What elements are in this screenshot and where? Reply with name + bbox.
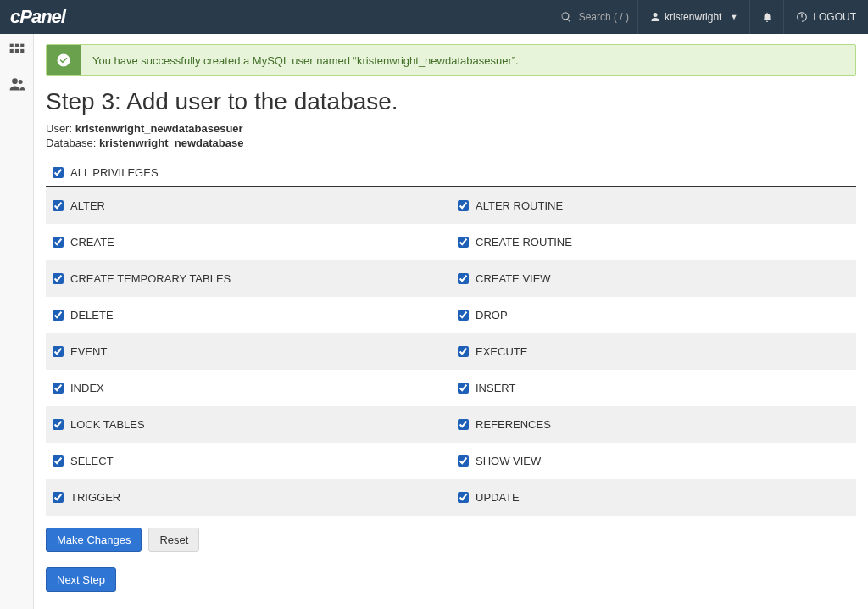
privilege-label: INSERT xyxy=(476,382,515,394)
page-title: Step 3: Add user to the database. xyxy=(46,88,856,115)
cpanel-logo: cPanel xyxy=(10,6,65,28)
table-row: EVENTEXECUTE xyxy=(46,333,856,370)
privilege-toggle[interactable]: CREATE VIEW xyxy=(458,272,849,285)
privilege-checkbox[interactable] xyxy=(53,237,64,248)
privilege-label: LOCK TABLES xyxy=(70,418,145,431)
search-placeholder: Search ( / ) xyxy=(579,11,629,23)
privilege-toggle[interactable]: REFERENCES xyxy=(458,418,849,431)
success-alert: You have successfully created a MySQL us… xyxy=(46,44,856,76)
table-row: TRIGGERUPDATE xyxy=(46,479,856,516)
privilege-toggle[interactable]: ALTER xyxy=(53,199,444,212)
table-row: ALTERALTER ROUTINE xyxy=(46,187,856,224)
privilege-checkbox[interactable] xyxy=(458,200,469,211)
privilege-checkbox[interactable] xyxy=(53,200,64,211)
privilege-toggle[interactable]: CREATE xyxy=(53,236,444,249)
sidebar xyxy=(0,34,34,609)
all-privileges-toggle[interactable]: ALL PRIVILEGES xyxy=(53,166,856,179)
action-row: Make Changes Reset xyxy=(46,528,856,552)
notifications-button[interactable] xyxy=(749,0,783,34)
privilege-toggle[interactable]: EVENT xyxy=(53,345,444,358)
privilege-toggle[interactable]: DELETE xyxy=(53,309,444,321)
privilege-checkbox[interactable] xyxy=(458,383,469,394)
privilege-toggle[interactable]: CREATE ROUTINE xyxy=(458,236,849,249)
svg-rect-2 xyxy=(20,44,24,47)
privilege-label: CREATE VIEW xyxy=(476,272,551,285)
privilege-label: SELECT xyxy=(70,455,114,467)
privilege-label: ALTER ROUTINE xyxy=(476,199,563,212)
username: kristenwright xyxy=(665,11,721,23)
privilege-checkbox[interactable] xyxy=(458,492,469,503)
svg-rect-5 xyxy=(20,49,24,53)
topbar: cPanel Search ( / ) kristenwright ▼ LOGO… xyxy=(0,0,868,34)
privilege-checkbox[interactable] xyxy=(458,273,469,284)
privilege-toggle[interactable]: UPDATE xyxy=(458,491,849,504)
privilege-label: SHOW VIEW xyxy=(476,455,541,467)
table-row: SELECTSHOW VIEW xyxy=(46,443,856,479)
privilege-label: DROP xyxy=(476,309,508,321)
privilege-label: TRIGGER xyxy=(70,491,120,504)
privilege-toggle[interactable]: SHOW VIEW xyxy=(458,455,849,467)
privilege-checkbox[interactable] xyxy=(458,237,469,248)
users-icon[interactable] xyxy=(8,75,25,95)
table-row: DELETEDROP xyxy=(46,297,856,333)
privilege-label: CREATE ROUTINE xyxy=(476,236,572,249)
privilege-checkbox[interactable] xyxy=(53,419,64,430)
caret-down-icon: ▼ xyxy=(730,13,737,21)
privilege-checkbox[interactable] xyxy=(458,455,469,467)
database-line: Database: kristenwright_newdatabase xyxy=(46,137,856,149)
all-privileges-checkbox[interactable] xyxy=(53,167,64,178)
search-input[interactable]: Search ( / ) xyxy=(552,8,637,26)
privilege-checkbox[interactable] xyxy=(53,346,64,357)
privilege-checkbox[interactable] xyxy=(458,419,469,430)
logout-label: LOGOUT xyxy=(813,11,856,23)
table-row: INDEXINSERT xyxy=(46,370,856,406)
privilege-checkbox[interactable] xyxy=(458,310,469,321)
privilege-toggle[interactable]: EXECUTE xyxy=(458,345,849,358)
logout-button[interactable]: LOGOUT xyxy=(783,0,868,34)
svg-rect-4 xyxy=(14,49,18,53)
privilege-label: CREATE TEMPORARY TABLES xyxy=(70,272,231,285)
user-icon xyxy=(650,12,660,22)
privilege-label: EVENT xyxy=(70,345,107,358)
privilege-label: ALTER xyxy=(70,199,105,212)
svg-point-6 xyxy=(12,78,18,84)
privilege-label: EXECUTE xyxy=(476,345,527,358)
privilege-toggle[interactable]: SELECT xyxy=(53,455,444,467)
make-changes-button[interactable]: Make Changes xyxy=(46,528,142,552)
privilege-toggle[interactable]: TRIGGER xyxy=(53,491,444,504)
privilege-checkbox[interactable] xyxy=(53,492,64,503)
privilege-toggle[interactable]: DROP xyxy=(458,309,849,321)
privilege-checkbox[interactable] xyxy=(53,383,64,394)
main-content: You have successfully created a MySQL us… xyxy=(34,34,868,609)
next-step-button[interactable]: Next Step xyxy=(46,567,116,592)
reset-button[interactable]: Reset xyxy=(148,528,199,552)
apps-grid-icon[interactable] xyxy=(8,42,25,62)
privilege-label: REFERENCES xyxy=(476,418,551,431)
search-icon xyxy=(560,11,572,23)
table-row: CREATECREATE ROUTINE xyxy=(46,224,856,260)
table-row: CREATE TEMPORARY TABLESCREATE VIEW xyxy=(46,260,856,297)
privilege-checkbox[interactable] xyxy=(53,455,64,467)
privileges-table: ALTERALTER ROUTINECREATECREATE ROUTINECR… xyxy=(46,187,856,516)
privilege-label: CREATE xyxy=(70,236,114,249)
user-menu[interactable]: kristenwright ▼ xyxy=(637,0,749,34)
table-row: LOCK TABLESREFERENCES xyxy=(46,406,856,443)
privilege-toggle[interactable]: CREATE TEMPORARY TABLES xyxy=(53,272,444,285)
all-privileges-label: ALL PRIVILEGES xyxy=(70,166,159,179)
privilege-toggle[interactable]: INDEX xyxy=(53,382,444,394)
svg-point-7 xyxy=(18,80,22,84)
svg-rect-1 xyxy=(14,44,18,47)
alert-message: You have successfully created a MySQL us… xyxy=(81,47,531,74)
privilege-toggle[interactable]: INSERT xyxy=(458,382,849,394)
privilege-toggle[interactable]: ALTER ROUTINE xyxy=(458,199,849,212)
next-row: Next Step xyxy=(46,567,856,592)
privilege-label: UPDATE xyxy=(476,491,520,504)
privilege-checkbox[interactable] xyxy=(53,273,64,284)
privilege-checkbox[interactable] xyxy=(458,346,469,357)
svg-rect-0 xyxy=(9,44,13,47)
svg-rect-3 xyxy=(9,49,13,53)
check-circle-icon xyxy=(47,45,81,75)
user-line: User: kristenwright_newdatabasesuer xyxy=(46,122,856,135)
privilege-checkbox[interactable] xyxy=(53,310,64,321)
privilege-toggle[interactable]: LOCK TABLES xyxy=(53,418,444,431)
